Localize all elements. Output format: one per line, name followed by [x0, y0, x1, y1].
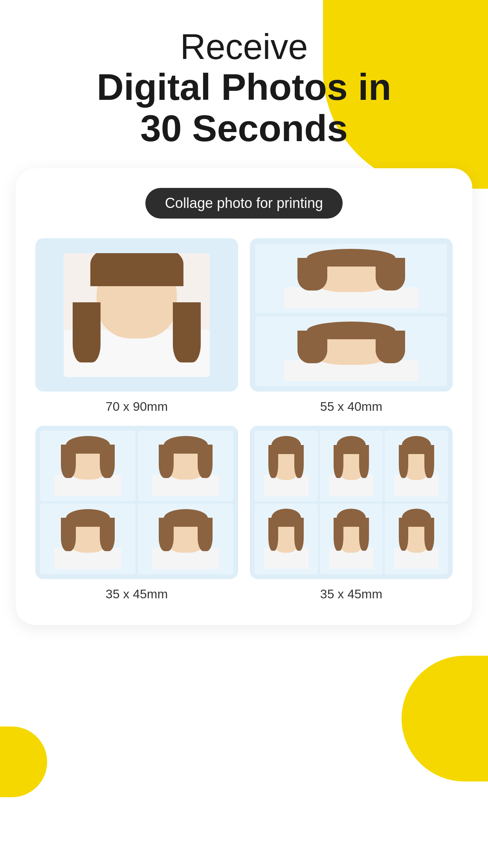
- photo-cell-3-3: [40, 504, 136, 574]
- photo-cell-3-4: [138, 504, 233, 574]
- body-4-3: [399, 478, 434, 496]
- hair-left-4-4: [268, 518, 278, 551]
- hair-right-4-3: [424, 445, 434, 478]
- photo-card-1: 70 x 90mm: [35, 238, 238, 414]
- hair-left-4-1: [268, 445, 278, 478]
- hair-left-4-3: [399, 445, 409, 478]
- body-4-6: [399, 551, 434, 569]
- person-face-4-3: [394, 436, 438, 496]
- hair-left-2-1: [297, 258, 327, 291]
- body-3-3: [61, 551, 114, 569]
- body-4-2: [334, 478, 369, 496]
- photo-card-4: 35 x 45mm: [250, 426, 453, 601]
- person-face-3-4: [152, 509, 219, 569]
- header-line3: 30 Seconds: [31, 108, 457, 149]
- person-face-2-2: [284, 322, 418, 381]
- hair-left-3-1: [61, 445, 75, 478]
- hair-right-3-2: [198, 445, 212, 478]
- hair-left-4-2: [334, 445, 343, 478]
- person-face-3-3: [54, 509, 121, 569]
- person-face-3-1: [54, 436, 121, 496]
- person-face-2-1: [284, 249, 418, 308]
- person-face-4-2: [329, 436, 373, 496]
- person-face-3-2: [152, 436, 219, 496]
- photo-cell-2-1: [255, 244, 447, 313]
- badge-container: Collage photo for printing: [35, 188, 453, 219]
- photo-card-3: 35 x 45mm: [35, 426, 238, 601]
- photo-frame-4: [250, 426, 453, 579]
- header-line1: Receive: [31, 28, 457, 66]
- hair-side-left-1: [73, 302, 101, 363]
- photo-cell-4-3: [385, 430, 448, 502]
- photo-cell-4-1: [255, 430, 318, 502]
- hair-left-4-5: [334, 518, 343, 551]
- hair-right-4-4: [294, 518, 304, 551]
- main-card: Collage photo for printing 70 x 90mm: [16, 168, 472, 625]
- hair-right-3-1: [100, 445, 114, 478]
- person-face-4-6: [394, 509, 438, 569]
- body-3-2: [159, 478, 212, 496]
- photo-cell-3-1: [40, 430, 136, 501]
- photo-frame-1: [35, 238, 238, 392]
- photo-card-2: 55 x 40mm: [250, 238, 453, 414]
- hair-top-1: [90, 253, 183, 286]
- hair-right-3-3: [100, 518, 114, 551]
- hair-left-3-2: [159, 445, 173, 478]
- header-line2: Digital Photos in: [31, 66, 457, 108]
- hair-right-4-2: [359, 445, 369, 478]
- photo-cell-4-5: [320, 504, 383, 575]
- body-3-1: [61, 478, 114, 496]
- hair-right-4-6: [424, 518, 434, 551]
- photo-frame-2: [250, 238, 453, 392]
- hair-right-2-1: [376, 258, 405, 291]
- face-illustration-1: [97, 258, 177, 338]
- photo-cell-3-2: [138, 430, 233, 501]
- hair-left-3-3: [61, 518, 75, 551]
- hair-left-4-6: [399, 518, 409, 551]
- body-4-5: [334, 551, 369, 569]
- person-face-4-4: [264, 509, 308, 569]
- hair-side-right-1: [173, 302, 201, 363]
- photo-cell-4-2: [320, 430, 383, 502]
- body-3-4: [159, 551, 212, 569]
- photo-cell-2-2: [255, 316, 447, 386]
- photo-cell-4-6: [385, 504, 448, 575]
- body-4-4: [268, 551, 304, 569]
- photo-frame-3: [35, 426, 238, 579]
- photo-image-1: [64, 253, 209, 377]
- person-face-4-5: [329, 509, 373, 569]
- hair-right-3-4: [198, 518, 212, 551]
- photo-size-4: 35 x 45mm: [320, 587, 382, 601]
- hair-left-2-2: [297, 331, 327, 363]
- hair-left-3-4: [159, 518, 173, 551]
- body-2-1: [297, 291, 405, 308]
- yellow-blob-bottom-left: [0, 726, 47, 797]
- hair-right-4-5: [359, 518, 369, 551]
- photo-size-1: 70 x 90mm: [106, 399, 168, 414]
- yellow-blob-bottom-right: [402, 656, 488, 782]
- collage-badge: Collage photo for printing: [145, 188, 343, 219]
- photo-size-2: 55 x 40mm: [320, 399, 382, 414]
- photo-cell-4-4: [255, 504, 318, 575]
- hair-right-2-2: [376, 331, 405, 363]
- hair-right-4-1: [294, 445, 304, 478]
- body-4-1: [268, 478, 304, 496]
- header-section: Receive Digital Photos in 30 Seconds: [0, 0, 488, 164]
- body-2-2: [297, 363, 405, 381]
- photo-size-3: 35 x 45mm: [106, 587, 168, 601]
- photos-grid: 70 x 90mm: [35, 238, 453, 601]
- person-face-4-1: [264, 436, 308, 496]
